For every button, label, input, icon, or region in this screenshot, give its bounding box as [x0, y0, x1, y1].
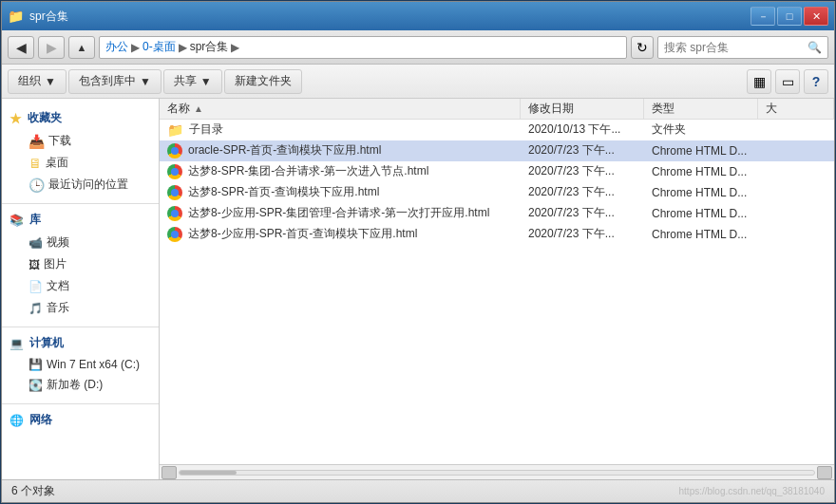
table-row[interactable]: oracle-SPR-首页-查询模块下应用.html 2020/7/23 下午.… [160, 140, 834, 161]
computer-label: 计算机 [29, 335, 64, 351]
help-button[interactable]: ? [804, 69, 828, 94]
pictures-label: 图片 [44, 256, 66, 272]
share-button[interactable]: 共享 ▼ [163, 69, 222, 94]
organize-label: 组织 [18, 73, 41, 89]
drive-d-label: 新加卷 (D:) [47, 377, 103, 393]
computer-icon: 💻 [10, 337, 24, 350]
sidebar-item-music[interactable]: 🎵 音乐 [2, 297, 159, 319]
drive-d-icon: 💽 [28, 379, 43, 392]
chrome-icon [167, 227, 182, 242]
breadcrumb-current: spr合集 [190, 39, 229, 55]
include-library-button[interactable]: 包含到库中 ▼ [68, 69, 162, 94]
status-bar: 6 个对象 https://blog.csdn.net/qq_38181040 [2, 479, 834, 502]
drive-c-icon: 💾 [28, 358, 43, 371]
table-row[interactable]: 达梦8-少应用-SPR-集团管理-合并请求-第一次打开应用.html 2020/… [160, 203, 834, 224]
maximize-button[interactable]: □ [777, 7, 802, 26]
folder-icon: 📁 [8, 9, 24, 24]
window-title: spr合集 [29, 9, 750, 25]
file-header: 名称 ▲ 修改日期 类型 大 [160, 99, 834, 120]
view-mode-button[interactable]: ▦ [747, 69, 771, 94]
sidebar-item-desktop[interactable]: 🖥 桌面 [2, 152, 159, 174]
table-row[interactable]: 达梦8-SPR-首页-查询模块下应用.html 2020/7/23 下午... … [160, 182, 834, 203]
col-header-type[interactable]: 类型 [644, 99, 758, 119]
sidebar: ★ 收藏夹 📥 下载 🖥 桌面 🕒 最近访问的位置 [2, 99, 160, 479]
sidebar-item-video[interactable]: 📹 视频 [2, 232, 159, 253]
search-input[interactable] [664, 41, 808, 54]
file-list: 📁 子目录 2020/10/13 下午... 文件夹 oracle-SPR-首页… [160, 120, 834, 464]
search-bar: 🔍 [657, 36, 828, 59]
sidebar-item-recent[interactable]: 🕒 最近访问的位置 [2, 174, 159, 196]
sidebar-section-computer: 💻 计算机 💾 Win 7 Ent x64 (C:) 💽 新加卷 (D:) [2, 331, 159, 396]
up-button[interactable]: ▲ [68, 36, 95, 59]
folder-icon: 📁 [167, 122, 183, 138]
refresh-button[interactable]: ↻ [631, 36, 654, 59]
library-icon: 📚 [10, 214, 24, 227]
file-area: 名称 ▲ 修改日期 类型 大 📁 子目录 [160, 99, 834, 479]
col-header-size[interactable]: 大 [758, 99, 834, 119]
library-label: 库 [29, 212, 41, 228]
table-row[interactable]: 📁 子目录 2020/10/13 下午... 文件夹 [160, 120, 834, 140]
sidebar-section-favorites: ★ 收藏夹 📥 下载 🖥 桌面 🕒 最近访问的位置 [2, 106, 159, 196]
video-icon: 📹 [28, 236, 43, 250]
organize-arrow: ▼ [45, 75, 56, 88]
sidebar-section-library: 📚 库 📹 视频 🖼 图片 📄 文档 🎵 音乐 [2, 208, 159, 319]
table-row[interactable]: 达梦8-SPR-集团-合并请求-第一次进入节点.html 2020/7/23 下… [160, 161, 834, 182]
close-button[interactable]: ✕ [804, 7, 828, 26]
horizontal-scrollbar[interactable] [160, 464, 834, 479]
drive-c-label: Win 7 Ent x64 (C:) [47, 358, 140, 371]
breadcrumb: 办公 ▶ 0-桌面 ▶ spr合集 ▶ [99, 36, 627, 59]
desktop-label: 桌面 [46, 155, 68, 171]
chrome-icon [167, 164, 182, 179]
sidebar-header-computer[interactable]: 💻 计算机 [2, 331, 159, 355]
chrome-icon [167, 185, 182, 200]
preview-button[interactable]: ▭ [775, 69, 800, 94]
minimize-button[interactable]: － [750, 7, 775, 26]
sidebar-item-documents[interactable]: 📄 文档 [2, 275, 159, 297]
network-label: 网络 [29, 412, 52, 428]
search-icon: 🔍 [808, 41, 822, 54]
col-header-date[interactable]: 修改日期 [521, 99, 644, 119]
sidebar-item-pictures[interactable]: 🖼 图片 [2, 253, 159, 275]
video-label: 视频 [47, 234, 69, 251]
sidebar-header-network[interactable]: 🌐 网络 [2, 408, 159, 432]
folder-icon: 📥 [28, 134, 45, 149]
star-icon: ★ [10, 111, 22, 126]
chrome-icon [167, 143, 182, 159]
table-row[interactable]: 达梦8-少应用-SPR-首页-查询模块下应用.html 2020/7/23 下午… [160, 224, 834, 245]
pictures-icon: 🖼 [28, 258, 40, 271]
forward-button[interactable]: ▶ [38, 36, 65, 59]
watermark: https://blog.csdn.net/qq_38181040 [679, 486, 825, 496]
organize-button[interactable]: 组织 ▼ [8, 69, 66, 94]
recent-label: 最近访问的位置 [48, 177, 128, 193]
status-count: 6 个对象 [11, 483, 55, 499]
breadcrumb-item-2[interactable]: 0-桌面 [142, 39, 176, 55]
breadcrumb-item-1[interactable]: 办公 [105, 39, 128, 55]
sidebar-item-drive-c[interactable]: 💾 Win 7 Ent x64 (C:) [2, 355, 159, 374]
music-icon: 🎵 [28, 302, 43, 315]
recent-icon: 🕒 [28, 177, 45, 193]
favorites-label: 收藏夹 [28, 110, 62, 126]
network-icon: 🌐 [10, 414, 24, 427]
chrome-icon [167, 206, 182, 221]
back-button[interactable]: ◀ [8, 36, 34, 59]
sidebar-header-favorites[interactable]: ★ 收藏夹 [2, 106, 159, 130]
desktop-icon: 🖥 [28, 156, 42, 171]
sidebar-item-downloads[interactable]: 📥 下载 [2, 130, 159, 152]
col-header-name[interactable]: 名称 ▲ [160, 99, 521, 119]
downloads-label: 下载 [48, 133, 71, 149]
documents-icon: 📄 [28, 280, 43, 293]
music-label: 音乐 [47, 300, 69, 316]
sidebar-header-library[interactable]: 📚 库 [2, 208, 159, 232]
sidebar-section-network: 🌐 网络 [2, 408, 159, 432]
sidebar-item-drive-d[interactable]: 💽 新加卷 (D:) [2, 374, 159, 396]
documents-label: 文档 [47, 278, 69, 294]
new-folder-button[interactable]: 新建文件夹 [224, 69, 302, 94]
